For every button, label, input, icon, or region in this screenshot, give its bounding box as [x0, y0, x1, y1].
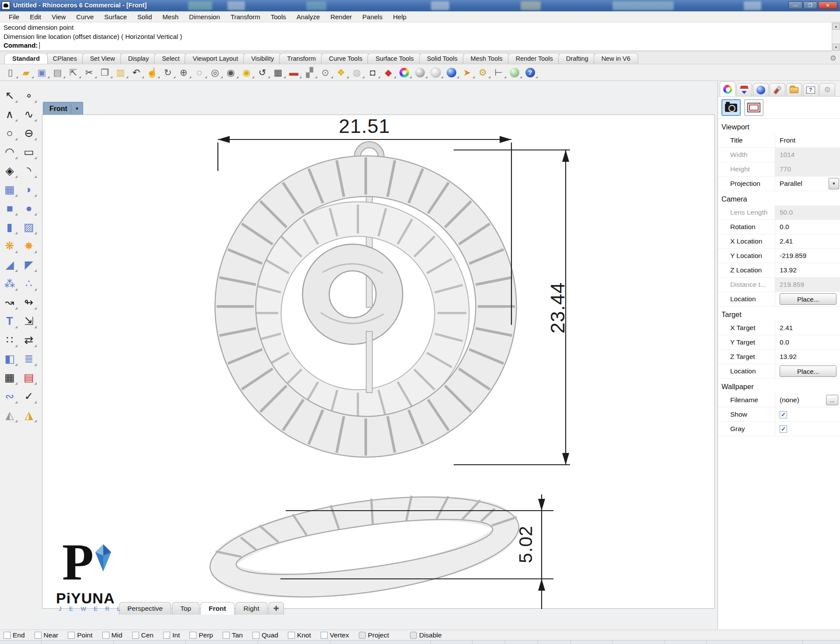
- target-place-button[interactable]: Place...: [780, 366, 836, 377]
- extrude-icon[interactable]: ≣: [20, 350, 38, 367]
- cut-icon[interactable]: ✂: [83, 66, 95, 78]
- viewport-layout-icon[interactable]: ▦: [272, 66, 284, 78]
- select-arrow-icon[interactable]: ↖: [1, 87, 18, 104]
- rectangle-icon[interactable]: ▭: [20, 143, 38, 160]
- projection-dropdown-arrow-icon[interactable]: ▼: [829, 178, 839, 189]
- twist-icon[interactable]: ∾: [1, 388, 18, 404]
- tab-display[interactable]: [753, 83, 769, 96]
- boolean-union-icon[interactable]: ⁂: [1, 275, 18, 292]
- camera-properties-button[interactable]: [721, 99, 741, 116]
- toolbar-options-gear-icon[interactable]: ⚙: [830, 54, 836, 63]
- title-bar[interactable]: Untitled - Rhinoceros 6 Commercial - [Fr…: [0, 0, 840, 11]
- projection-dropdown[interactable]: Parallel ▼: [775, 177, 840, 191]
- surface-from-points-icon[interactable]: ▦: [1, 181, 18, 198]
- rendered-sphere-icon[interactable]: [445, 66, 457, 78]
- osnap-project[interactable]: Project: [359, 631, 389, 639]
- flashlight-icon[interactable]: ➤: [461, 66, 473, 78]
- text-icon[interactable]: T: [1, 313, 18, 329]
- wallpaper-gray-checkbox[interactable]: [780, 425, 787, 433]
- restore-button[interactable]: ❐: [803, 1, 817, 9]
- command-input-caret[interactable]: [39, 42, 40, 49]
- menu-curve[interactable]: Curve: [71, 12, 99, 22]
- sphere-icon[interactable]: ●: [20, 200, 38, 216]
- viewport-title-tab[interactable]: Front ▼: [43, 102, 83, 115]
- osnap-near[interactable]: Near: [35, 631, 59, 639]
- toolbar-tab-render-tools[interactable]: Render Tools: [508, 53, 561, 64]
- menu-tools[interactable]: Tools: [266, 12, 291, 22]
- explode-icon[interactable]: ✸: [20, 237, 38, 254]
- toolbar-tab-new-in-v6[interactable]: New in V6: [594, 53, 638, 64]
- toolbar-tab-cplanes[interactable]: CPlanes: [45, 53, 85, 64]
- viewport-tab-top[interactable]: Top: [172, 602, 200, 615]
- scroll-up-icon[interactable]: ▲: [833, 23, 840, 30]
- toolbar-tab-select[interactable]: Select: [154, 53, 187, 64]
- orient-icon[interactable]: ⇄: [20, 331, 38, 348]
- menu-edit[interactable]: Edit: [24, 12, 46, 22]
- tab-more-gear-icon[interactable]: ⚙: [819, 83, 835, 96]
- osnap-end[interactable]: End: [4, 631, 25, 639]
- osnap-quad[interactable]: Quad: [252, 631, 278, 639]
- group-icon[interactable]: ❖: [335, 66, 347, 78]
- menu-mesh[interactable]: Mesh: [157, 12, 184, 22]
- chamfer-edge-icon[interactable]: ◤: [20, 256, 38, 273]
- pan-icon[interactable]: ☝: [146, 66, 158, 78]
- color-wheel-icon[interactable]: [398, 66, 410, 78]
- zoom-dynamic-icon[interactable]: ⊕: [178, 66, 189, 78]
- solid-edit-icon[interactable]: ◧: [1, 350, 18, 367]
- add-viewport-tab-icon[interactable]: ✚: [269, 602, 284, 615]
- minimize-button[interactable]: —: [788, 1, 802, 9]
- tab-layers[interactable]: [736, 83, 752, 96]
- surface-patch-icon[interactable]: ▨: [20, 219, 38, 235]
- y-location-value[interactable]: -219.859: [775, 249, 840, 263]
- menu-analyze[interactable]: Analyze: [291, 12, 325, 22]
- osnap-tan[interactable]: Tan: [223, 631, 243, 639]
- polygon-icon[interactable]: ◈: [1, 162, 18, 179]
- osnap-int[interactable]: Int: [163, 631, 180, 639]
- point-icon[interactable]: ∘: [20, 87, 38, 104]
- toolbar-tab-solid-tools[interactable]: Solid Tools: [419, 53, 466, 64]
- viewport-rectangle-button[interactable]: [744, 99, 763, 116]
- menu-view[interactable]: View: [46, 12, 71, 22]
- osnap-disable[interactable]: Disable: [410, 631, 442, 639]
- wallpaper-show-checkbox[interactable]: [780, 411, 787, 418]
- adjustable-blend-icon[interactable]: ↬: [20, 294, 38, 310]
- wallpaper-browse-button[interactable]: ...: [826, 395, 838, 405]
- viewport-title-value[interactable]: Front: [775, 133, 840, 147]
- curved-surface-icon[interactable]: ◗: [20, 181, 38, 198]
- toolbar-tab-curve-tools[interactable]: Curve Tools: [321, 53, 370, 64]
- dimension-icon[interactable]: ⊢: [493, 66, 504, 78]
- close-button[interactable]: ✕: [818, 1, 837, 9]
- lock-icon[interactable]: ◘: [367, 66, 378, 78]
- camera-place-button[interactable]: Place...: [780, 293, 836, 305]
- set-view-icon[interactable]: ⊙: [319, 66, 331, 78]
- menu-file[interactable]: File: [4, 12, 24, 22]
- viewport-tab-front[interactable]: Front: [200, 602, 234, 615]
- print-icon[interactable]: ▤: [52, 66, 63, 78]
- viewport-front[interactable]: Front ▼: [40, 81, 717, 630]
- undo-view-icon[interactable]: ↺: [256, 66, 268, 78]
- array-grid-icon[interactable]: ▦: [1, 369, 18, 386]
- zoom-extents-icon[interactable]: ◎: [209, 66, 221, 78]
- primitives-icon[interactable]: ◭: [1, 407, 18, 423]
- osnap-knot[interactable]: Knot: [288, 631, 311, 639]
- menu-dimension[interactable]: Dimension: [184, 12, 225, 22]
- save-icon[interactable]: ▣: [36, 66, 48, 78]
- toolbar-tab-display[interactable]: Display: [120, 53, 157, 64]
- circle-icon[interactable]: ○: [1, 125, 18, 141]
- tab-notes[interactable]: [786, 83, 802, 96]
- toolbar-tab-mesh-tools[interactable]: Mesh Tools: [463, 53, 511, 64]
- cplane-icon[interactable]: ▞: [304, 66, 315, 78]
- open-file-icon[interactable]: ▰: [20, 66, 32, 78]
- scale-icon[interactable]: ⇲: [20, 313, 38, 329]
- options-gear-icon[interactable]: ⚙: [477, 66, 489, 78]
- menu-render[interactable]: Render: [325, 12, 357, 22]
- osnap-cen[interactable]: Cen: [132, 631, 154, 639]
- arc-icon[interactable]: ◠: [1, 143, 18, 160]
- menu-surface[interactable]: Surface: [99, 12, 132, 22]
- control-point-curve-icon[interactable]: ∿: [20, 106, 38, 122]
- zoom-window-icon[interactable]: ◌: [193, 66, 205, 78]
- undo-icon[interactable]: ↶: [130, 66, 142, 78]
- orient-on-surface-icon[interactable]: ◮: [20, 407, 38, 423]
- x-target-value[interactable]: 2.41: [775, 321, 840, 335]
- toolbar-tab-set-view[interactable]: Set View: [82, 53, 123, 64]
